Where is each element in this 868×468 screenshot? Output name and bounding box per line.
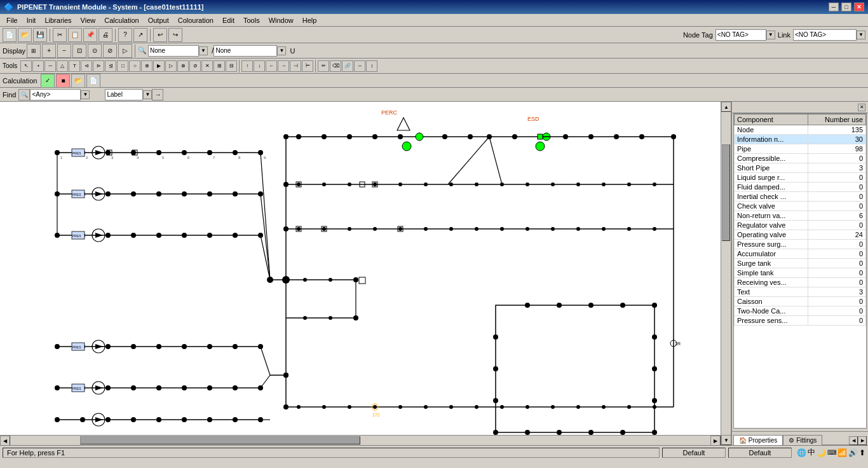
svg-point-130 (398, 227, 402, 231)
panel-scroll-right[interactable]: ▶ (858, 436, 867, 445)
zoom-out[interactable]: − (57, 44, 71, 58)
calc-run[interactable]: ✓ (41, 74, 55, 88)
tool-move1[interactable]: ↑ (241, 60, 253, 72)
menu-help[interactable]: Help (299, 15, 321, 25)
menu-output[interactable]: Output (144, 15, 173, 25)
tool-pipe[interactable]: ─ (44, 60, 56, 72)
save-btn[interactable]: 💾 (33, 28, 47, 42)
tool-comp5[interactable]: ⊘ (189, 60, 201, 72)
find-label-arrow[interactable]: ▼ (143, 90, 152, 99)
fittings-tab[interactable]: ⚙ Fittings (783, 435, 822, 445)
svg-point-204 (283, 226, 288, 231)
grid-toggle[interactable]: ⊞ (27, 44, 41, 58)
undo-btn[interactable]: ↩ (153, 28, 167, 42)
tool-circ[interactable]: ○ (129, 60, 140, 72)
tool-rect[interactable]: □ (117, 60, 128, 72)
node-combo[interactable]: None (214, 45, 277, 57)
minimize-btn[interactable]: ─ (829, 3, 839, 11)
table-row: Fluid damped...0 (735, 182, 866, 192)
find-any-combo[interactable]: <Any> (30, 89, 81, 100)
menu-libraries[interactable]: Libraries (41, 15, 75, 25)
tool-erase[interactable]: ⌫ (330, 60, 341, 72)
tool-comp7[interactable]: ⊞ (214, 60, 225, 72)
find-any-arrow[interactable]: ▼ (81, 90, 90, 99)
tool-pencil[interactable]: ✏ (318, 60, 329, 72)
view-btn3[interactable]: ▷ (118, 44, 132, 58)
svg-point-133 (475, 227, 478, 231)
svg-point-178 (602, 405, 606, 409)
tool-comp6[interactable]: ✕ (201, 60, 213, 72)
copy-btn[interactable]: 📋 (68, 28, 82, 42)
link-combo[interactable]: <NO TAG> (793, 29, 857, 41)
canvas-horizontal-scrollbar[interactable]: ◀ ▶ (0, 435, 721, 445)
component-cell: Compressible... (735, 154, 808, 163)
tool-comp4[interactable]: ⊗ (177, 60, 189, 72)
view-btn1[interactable]: ⊙ (88, 44, 102, 58)
none-combo[interactable]: None (148, 45, 199, 57)
tool-comp3[interactable]: ▷ (165, 60, 177, 72)
menu-edit[interactable]: Edit (219, 15, 238, 25)
tool-comp2[interactable]: ▶ (153, 60, 165, 72)
help-btn[interactable]: ? (118, 28, 132, 42)
none-arrow[interactable]: ▼ (199, 46, 208, 55)
fit-window[interactable]: ⊡ (72, 44, 86, 58)
tool-text[interactable]: T (69, 60, 80, 72)
redo-btn[interactable]: ↪ (168, 28, 182, 42)
properties-tab[interactable]: 🏠 Properties (733, 435, 783, 445)
calc-stop[interactable]: ■ (56, 74, 70, 88)
panel-scroll-left[interactable]: ◀ (849, 436, 858, 445)
node-combo-arrow[interactable]: ▼ (277, 46, 286, 55)
scroll-down-btn[interactable]: ▼ (721, 435, 731, 445)
node-tag-arrow[interactable]: ▼ (766, 31, 775, 39)
panel-close-btn[interactable]: ✕ (858, 104, 865, 111)
menu-calculation[interactable]: Calculation (100, 15, 142, 25)
find-label-combo[interactable]: Label (105, 89, 143, 100)
canvas-area[interactable]: PERC ESD (0, 102, 731, 445)
component-cell: Non-return va... (735, 211, 808, 221)
tool-shape1[interactable]: △ (57, 60, 68, 72)
tool-comp1[interactable]: ⊕ (141, 60, 153, 72)
pointer-btn[interactable]: ↗ (133, 28, 147, 42)
paste-btn[interactable]: 📌 (83, 28, 97, 42)
tool-align1[interactable]: ⊣ (290, 60, 301, 72)
link-arrow[interactable]: ▼ (857, 31, 865, 39)
tool-comp8[interactable]: ⊟ (226, 60, 237, 72)
calc-doc[interactable]: 📄 (86, 74, 100, 88)
node-tag-combo[interactable]: <NO TAG> (715, 29, 766, 41)
print-btn[interactable]: 🖨 (98, 28, 112, 42)
menu-tools[interactable]: Tools (240, 15, 264, 25)
tool-move4[interactable]: → (278, 60, 289, 72)
calc-open[interactable]: 📂 (71, 74, 85, 88)
find-btn[interactable]: 🔍 (18, 89, 30, 100)
view-btn2[interactable]: ⊘ (103, 44, 117, 58)
tool-extra1[interactable]: ↔ (354, 60, 365, 72)
find-arrow-btn[interactable]: → (152, 89, 163, 100)
tool-valve1[interactable]: ⊲ (81, 60, 92, 72)
tool-move2[interactable]: ↓ (254, 60, 265, 72)
menu-init[interactable]: Init (23, 15, 40, 25)
cut-btn[interactable]: ✂ (53, 28, 67, 42)
close-btn[interactable]: ✕ (854, 3, 864, 11)
scroll-left-btn[interactable]: ◀ (0, 436, 10, 445)
new-btn[interactable]: 📄 (3, 28, 17, 42)
menu-view[interactable]: View (77, 15, 100, 25)
scroll-right-btn[interactable]: ▶ (710, 436, 721, 445)
tool-node[interactable]: + (32, 60, 44, 72)
svg-text:PRES: PRES (72, 193, 81, 196)
tool-link[interactable]: 🔗 (342, 60, 353, 72)
tool-valve2[interactable]: ⊳ (93, 60, 104, 72)
scroll-up-btn[interactable]: ▲ (721, 102, 731, 112)
tool-align2[interactable]: ⊢ (302, 60, 313, 72)
tool-valve3[interactable]: ⊴ (105, 60, 116, 72)
zoom-in[interactable]: + (42, 44, 56, 58)
restore-btn[interactable]: □ (841, 3, 851, 11)
open-btn[interactable]: 📂 (18, 28, 32, 42)
menu-colouration[interactable]: Colouration (174, 15, 217, 25)
menu-file[interactable]: File (3, 15, 22, 25)
canvas-vertical-scrollbar[interactable]: ▲ ▼ (721, 102, 731, 445)
menu-window[interactable]: Window (265, 15, 297, 25)
main-content: PERC ESD (0, 102, 868, 445)
tool-select[interactable]: ↖ (20, 60, 32, 72)
tool-move3[interactable]: ← (266, 60, 277, 72)
tool-extra2[interactable]: ↕ (366, 60, 377, 72)
